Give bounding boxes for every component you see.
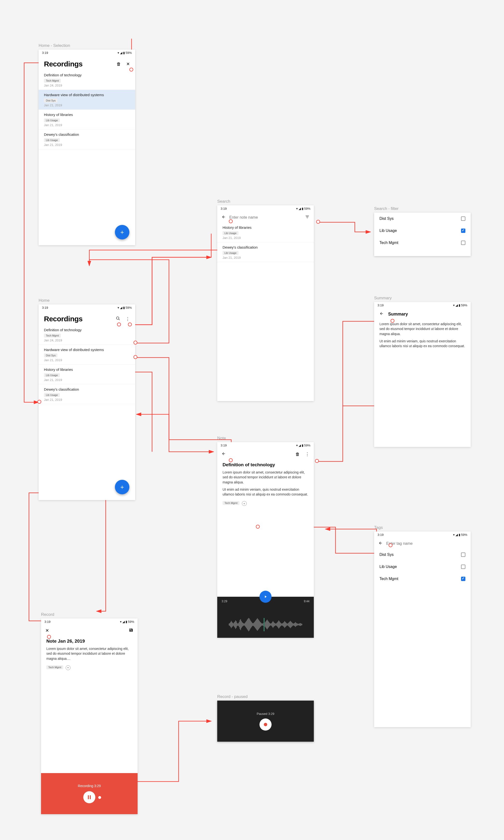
screen-record-paused: Record - paused Paused 3:29 <box>217 701 314 742</box>
search-results: History of libraries Lib Usage Jan 21, 2… <box>217 223 314 262</box>
note-p1: Lorem ipsum dolor sit amet, consectetur … <box>222 470 308 485</box>
resume-button[interactable] <box>259 718 272 731</box>
battery-icon: ▮ <box>458 303 460 307</box>
tag-chip: Lib Usage <box>222 231 238 235</box>
checkbox[interactable] <box>461 577 465 581</box>
delete-icon[interactable]: 🗑 <box>295 452 300 457</box>
hotspot <box>256 525 260 529</box>
checkbox[interactable] <box>461 553 465 557</box>
pause-button[interactable] <box>83 791 95 803</box>
wifi-icon: ▾ <box>296 443 298 447</box>
status-batt: 59% <box>126 306 132 310</box>
search-icon[interactable] <box>116 316 120 321</box>
recording-date: Jan 21, 2019 <box>44 358 130 362</box>
back-icon[interactable] <box>221 215 226 220</box>
note-body: Lorem ipsum dolor sit amet, consectetur … <box>217 470 314 497</box>
filter-option[interactable]: Tech Mgmt <box>374 237 471 249</box>
page-title: Recordings <box>44 60 83 68</box>
hotspot <box>229 220 233 223</box>
checkbox[interactable] <box>461 241 465 245</box>
recording-item[interactable]: Dewey's classification Lib Usage Jan 21,… <box>217 242 314 262</box>
checkbox[interactable] <box>461 216 465 221</box>
status-time: 3:19 <box>42 306 48 310</box>
record-title[interactable]: Note Jan 26, 2019 <box>41 636 138 646</box>
tag-option[interactable]: Dist Sys <box>374 549 471 561</box>
tag-chip: Lib Usage <box>44 373 60 377</box>
menu-icon[interactable]: ⋮ <box>305 452 309 457</box>
back-icon[interactable] <box>379 311 384 317</box>
signal-icon: ◢ <box>120 51 122 55</box>
save-icon[interactable] <box>129 628 133 633</box>
record-body[interactable]: Lorem ipsum dolor sit amet, consectetur … <box>41 646 138 661</box>
filter-option[interactable]: Lib Usage <box>374 225 471 237</box>
recording-item[interactable]: History of libraries Lib Usage Jan 21, 2… <box>217 223 314 242</box>
delete-icon[interactable]: 🗑 <box>116 62 121 67</box>
tag-chip[interactable]: Tech Mgmt <box>222 501 239 505</box>
menu-icon[interactable]: ⋮ <box>126 316 130 321</box>
close-icon[interactable]: ✕ <box>46 628 49 633</box>
screen-label: Search <box>217 199 230 204</box>
status-bar: 3:19 ▾ ◢ ▮ 59% <box>39 50 135 56</box>
status-right: ▾ ◢ ▮ 59% <box>296 207 310 210</box>
status-right: ▾ ◢ ▮ 59% <box>453 533 467 537</box>
wifi-icon: ▾ <box>296 207 298 210</box>
recording-item[interactable]: History of libraries Lib Usage Jan 21, 2… <box>39 110 135 129</box>
status-bar: 3:19 ▾ ◢ ▮ 59% <box>217 442 314 448</box>
tag-input[interactable] <box>386 541 466 546</box>
player-current: 3:29 <box>221 600 227 603</box>
tag-chip[interactable]: Tech Mgmt <box>46 665 63 669</box>
tag-chip: Tech Mgmt <box>44 334 61 337</box>
recording-date: Jan 21, 2019 <box>44 398 130 402</box>
filter-icon[interactable] <box>305 215 309 220</box>
status-right: ▾ ◢ ▮ 59% <box>118 51 132 55</box>
hotspot <box>133 355 137 359</box>
hotspot <box>37 400 41 404</box>
recording-label: Recording 3:29 <box>78 784 101 788</box>
recording-item[interactable]: Definition of technology Tech Mgmt Jan 2… <box>39 70 135 90</box>
checkbox[interactable] <box>461 229 465 233</box>
recording-title: Dewey's classification <box>44 133 130 137</box>
status-batt: 59% <box>128 620 134 624</box>
recording-item[interactable]: Hardware view of distributed systems Dis… <box>39 345 135 365</box>
note-tag-row: Tech Mgmt + <box>217 499 314 508</box>
recording-date: Jan 24, 2019 <box>44 84 130 87</box>
waveform[interactable] <box>217 616 314 633</box>
tag-option[interactable]: Lib Usage <box>374 561 471 573</box>
tags-bar <box>374 538 471 549</box>
recording-item[interactable]: Dewey's classification Lib Usage Jan 21,… <box>39 129 135 149</box>
wifi-icon: ▾ <box>118 51 119 55</box>
tag-label: Dist Sys <box>379 553 394 557</box>
tag-chip: Lib Usage <box>44 118 60 122</box>
tag-option[interactable]: Tech Mgmt <box>374 573 471 585</box>
summary-p1: Lorem ipsum dolor sit amet, consectetur … <box>379 321 465 336</box>
fab-add[interactable]: + <box>115 225 129 240</box>
search-input[interactable] <box>229 215 302 220</box>
signal-icon: ◢ <box>455 533 458 537</box>
recording-item[interactable]: Dewey's classification Lib Usage Jan 21,… <box>39 384 135 404</box>
page-title: Recordings <box>44 315 83 323</box>
back-icon[interactable] <box>221 452 226 457</box>
fab-add[interactable]: + <box>115 480 129 494</box>
add-tag-button[interactable]: + <box>66 665 71 670</box>
status-time: 3:19 <box>378 533 383 537</box>
checkbox[interactable] <box>461 565 465 569</box>
play-button[interactable] <box>259 591 272 603</box>
tag-chip: Tech Mgmt <box>44 79 61 83</box>
battery-icon: ▮ <box>302 443 303 447</box>
recording-title: Definition of technology <box>44 328 130 332</box>
recording-item[interactable]: Hardware view of distributed systems Dis… <box>39 90 135 110</box>
back-icon[interactable] <box>378 541 383 546</box>
signal-icon: ◢ <box>299 443 301 447</box>
summary-header: Summary <box>374 308 471 320</box>
recording-title: Definition of technology <box>44 73 130 77</box>
close-icon[interactable]: ✕ <box>126 62 130 67</box>
recording-item[interactable]: History of libraries Lib Usage Jan 21, 2… <box>39 365 135 384</box>
battery-icon: ▮ <box>126 620 127 624</box>
recording-item[interactable]: Definition of technology Tech Mgmt Jan 2… <box>39 325 135 345</box>
summary-p2: Ut enim ad minim veniam, quis nostrud ex… <box>379 339 465 349</box>
filter-option[interactable]: Dist Sys <box>374 213 471 225</box>
add-tag-button[interactable]: + <box>242 501 247 506</box>
svg-line-1 <box>119 319 120 320</box>
status-batt: 59% <box>461 533 467 537</box>
status-bar: 3:19 ▾ ◢ ▮ 59% <box>374 531 471 538</box>
